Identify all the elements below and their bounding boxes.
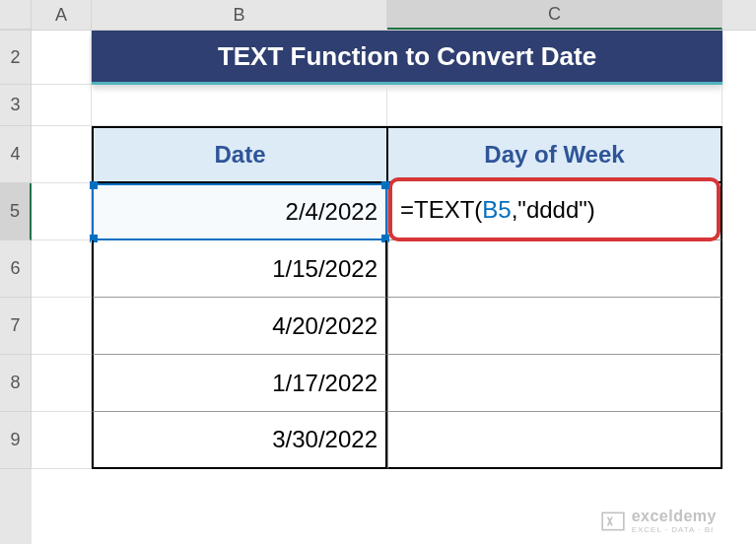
spreadsheet-grid: A B C 2 3 4 5 6 7 8 9 TEXT Function to C… [0, 0, 756, 544]
header-date[interactable]: Date [92, 126, 387, 183]
row-headers: 2 3 4 5 6 7 8 9 [0, 31, 32, 544]
cell-C6[interactable] [387, 240, 722, 298]
formula-suffix: ,"dddd") [512, 196, 595, 224]
cell-B5[interactable]: 2/4/2022 [92, 183, 387, 240]
header-day[interactable]: Day of Week [387, 126, 722, 183]
col-header-A[interactable]: A [32, 0, 92, 30]
row-header-4[interactable]: 4 [0, 126, 32, 183]
cell-C9[interactable] [387, 412, 722, 469]
cell-A4[interactable] [32, 126, 92, 183]
row-header-7[interactable]: 7 [0, 298, 32, 355]
column-headers: A B C [0, 0, 756, 31]
cell-B8[interactable]: 1/17/2022 [92, 355, 387, 412]
formula-highlight-box: =TEXT(B5,"dddd") [388, 177, 721, 241]
col-header-B[interactable]: B [92, 0, 387, 30]
cell-C7[interactable] [387, 298, 722, 355]
formula-reference: B5 [482, 196, 511, 224]
cell-C3[interactable] [387, 85, 722, 126]
cells-area: TEXT Function to Convert Date Date Day o… [32, 31, 756, 544]
select-all-corner[interactable] [0, 0, 32, 30]
row-header-2[interactable]: 2 [0, 31, 32, 85]
cell-A8[interactable] [32, 355, 92, 412]
row-header-3[interactable]: 3 [0, 85, 32, 126]
cell-A2[interactable] [32, 31, 92, 85]
col-header-C[interactable]: C [387, 0, 722, 30]
row-header-5[interactable]: 5 [0, 183, 32, 240]
watermark: exceldemy EXCEL · DATA · BI [600, 508, 717, 534]
row-header-6[interactable]: 6 [0, 240, 32, 298]
row-header-8[interactable]: 8 [0, 355, 32, 412]
cell-B3[interactable] [92, 85, 387, 126]
title-banner: TEXT Function to Convert Date [92, 31, 722, 85]
formula-prefix: =TEXT( [400, 196, 482, 224]
cell-A3[interactable] [32, 85, 92, 126]
cell-B7[interactable]: 4/20/2022 [92, 298, 387, 355]
svg-rect-0 [602, 512, 624, 529]
watermark-sub: EXCEL · DATA · BI [632, 525, 717, 534]
row-header-9[interactable]: 9 [0, 412, 32, 469]
excel-icon [600, 509, 626, 534]
cell-A6[interactable] [32, 240, 92, 298]
cell-C8[interactable] [387, 355, 722, 412]
watermark-main: exceldemy [632, 508, 717, 525]
cell-C5-active[interactable]: =TEXT(B5,"dddd") [387, 183, 722, 240]
cell-A5[interactable] [32, 183, 92, 240]
cell-A9[interactable] [32, 412, 92, 469]
cell-B6[interactable]: 1/15/2022 [92, 240, 387, 298]
cell-B9[interactable]: 3/30/2022 [92, 412, 387, 469]
cell-A7[interactable] [32, 298, 92, 355]
